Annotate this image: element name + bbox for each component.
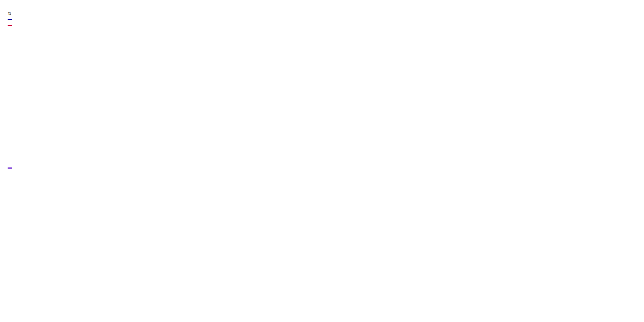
legend-item-ma200	[8, 23, 13, 29]
legend-item-tnx: ⇅	[8, 11, 13, 17]
ma50-swatch-icon	[8, 19, 12, 20]
legend-item-ma50	[8, 17, 13, 23]
ma200-swatch-icon	[8, 25, 12, 26]
ratio-panel-legend	[7, 166, 15, 171]
candlestick-icon: ⇅	[8, 11, 11, 16]
stockcharts-page: { "header": { "symbol": "$TNX", "title":…	[0, 0, 644, 322]
price-panel-legend: ⇅	[7, 10, 16, 30]
ohlc-quote-line	[608, 6, 622, 10]
ratio-swatch-icon	[8, 167, 12, 169]
chart-canvas	[0, 0, 644, 322]
